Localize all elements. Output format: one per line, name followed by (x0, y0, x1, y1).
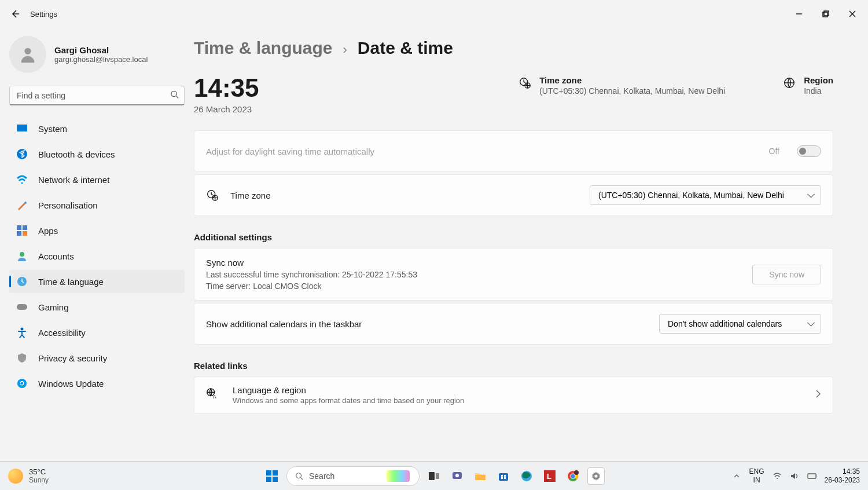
calendars-select-value: Don't show additional calendars (668, 319, 782, 328)
svg-rect-11 (17, 231, 21, 236)
battery-tray-icon[interactable] (807, 471, 816, 481)
taskbar-app-store[interactable] (495, 467, 512, 485)
svg-text:A: A (213, 394, 216, 400)
clock-zone-icon (206, 189, 219, 202)
account-icon (16, 250, 28, 262)
svg-rect-10 (23, 225, 27, 230)
taskbar-app-explorer[interactable] (472, 467, 489, 485)
taskbar-weather[interactable]: 35°C Sunny (8, 467, 49, 484)
back-button[interactable] (2, 1, 28, 27)
calendars-label: Show additional calendars in the taskbar (206, 319, 362, 329)
svg-point-33 (455, 474, 459, 477)
timezone-select[interactable]: (UTC+05:30) Chennai, Kolkata, Mumbai, Ne… (590, 185, 821, 205)
sidebar-item-network[interactable]: Network & internet (9, 168, 185, 191)
accessibility-icon (16, 327, 28, 338)
taskbar-clock[interactable]: 14:35 26-03-2023 (825, 467, 860, 484)
update-icon (16, 378, 28, 389)
gamepad-icon (16, 301, 28, 313)
link-title: Language & region (233, 385, 464, 395)
maximize-button[interactable] (812, 5, 839, 23)
taskbar-app-chrome[interactable] (564, 467, 582, 485)
sidebar-item-apps[interactable]: Apps (9, 219, 185, 242)
person-icon (18, 45, 38, 64)
calendars-card: Show additional calendars in the taskbar… (194, 303, 833, 345)
taskbar-app-l[interactable]: L (541, 467, 558, 485)
sidebar-item-time-language[interactable]: Time & language (9, 270, 185, 293)
chat-icon (451, 470, 463, 482)
daylight-label: Adjust for daylight saving time automati… (206, 147, 374, 156)
sidebar-item-bluetooth[interactable]: Bluetooth & devices (9, 142, 185, 166)
weather-temp: 35°C (29, 467, 49, 476)
search-decoration-icon (387, 470, 410, 482)
svg-point-51 (777, 478, 778, 479)
sync-server: Time server: Local CMOS Clock (206, 281, 741, 291)
current-time: 14:35 (194, 75, 259, 101)
minimize-button[interactable] (786, 5, 812, 23)
svg-rect-4 (17, 125, 27, 131)
sidebar-item-privacy[interactable]: Privacy & security (9, 346, 185, 370)
sync-card: Sync now Last successful time synchronis… (194, 248, 833, 301)
volume-tray-icon[interactable] (790, 471, 799, 481)
maximize-icon (822, 10, 829, 17)
daylight-toggle[interactable] (797, 145, 821, 157)
sidebar-item-gaming[interactable]: Gaming (9, 295, 185, 319)
breadcrumb: Time & language › Date & time (194, 28, 833, 75)
search-box[interactable] (9, 86, 185, 105)
timezone-card: Time zone (UTC+05:30) Chennai, Kolkata, … (194, 174, 833, 216)
taskbar-language[interactable]: ENG IN (749, 467, 764, 484)
search-icon (295, 472, 303, 480)
svg-point-13 (20, 252, 24, 257)
svg-rect-9 (17, 225, 21, 230)
search-input[interactable] (9, 86, 185, 105)
taskbar-search[interactable]: Search (286, 466, 420, 486)
sidebar-item-label: Bluetooth & devices (38, 149, 115, 159)
sidebar-item-label: Personalisation (38, 200, 98, 210)
l-app-icon: L (544, 470, 556, 482)
user-block[interactable]: Gargi Ghosal gargi.ghosal@livspace.local (9, 34, 185, 82)
tray-chevron-up[interactable] (732, 471, 741, 481)
svg-rect-31 (436, 473, 439, 479)
sidebar-item-accounts[interactable]: Accounts (9, 244, 185, 268)
sidebar-item-system[interactable]: System (9, 117, 185, 140)
breadcrumb-parent[interactable]: Time & language (194, 38, 333, 58)
taskbar-app-settings[interactable] (587, 467, 605, 485)
svg-point-2 (24, 48, 31, 54)
taskview-button[interactable] (425, 467, 443, 485)
language-region-link[interactable]: A Language & region Windows and some app… (194, 376, 833, 414)
timezone-select-value: (UTC+05:30) Chennai, Kolkata, Mumbai, Ne… (598, 191, 784, 200)
taskbar-app-edge[interactable] (518, 467, 535, 485)
current-date: 26 March 2023 (194, 104, 259, 114)
sidebar-item-label: Apps (38, 226, 58, 236)
wifi-tray-icon[interactable] (773, 471, 782, 481)
close-button[interactable] (839, 5, 866, 23)
sidebar-item-personalisation[interactable]: Personalisation (9, 193, 185, 217)
lang-line1: ENG (749, 467, 764, 476)
svg-point-8 (24, 202, 27, 204)
windows-icon (266, 470, 278, 482)
svg-rect-1 (824, 11, 829, 16)
monitor-icon (16, 123, 28, 134)
bluetooth-icon (16, 148, 28, 160)
current-time-block: 14:35 26 March 2023 (194, 75, 259, 114)
svg-rect-37 (504, 475, 506, 477)
timezone-header: Time zone (UTC+05:30) Chennai, Kolkata, … (518, 75, 725, 96)
svg-rect-36 (501, 475, 503, 477)
svg-rect-12 (23, 231, 27, 236)
sidebar-item-accessibility[interactable]: Accessibility (9, 321, 185, 344)
svg-rect-26 (273, 470, 278, 476)
calendars-select[interactable]: Don't show additional calendars (659, 314, 821, 334)
start-button[interactable] (263, 467, 281, 485)
globe-icon (783, 76, 796, 89)
sync-title: Sync now (206, 258, 741, 268)
sidebar-item-label: Accounts (38, 251, 74, 261)
minimize-icon (796, 10, 803, 17)
sync-now-button[interactable]: Sync now (752, 265, 821, 284)
sidebar-item-windows-update[interactable]: Windows Update (9, 372, 185, 395)
arrow-left-icon (10, 9, 20, 19)
svg-point-48 (574, 470, 579, 475)
section-related: Related links (194, 361, 833, 371)
taskbar-app-chat[interactable] (448, 467, 466, 485)
shield-icon (16, 352, 28, 364)
page-title: Date & time (358, 38, 453, 58)
time-header: 14:35 26 March 2023 Time zone (UTC+05:30… (194, 75, 833, 130)
